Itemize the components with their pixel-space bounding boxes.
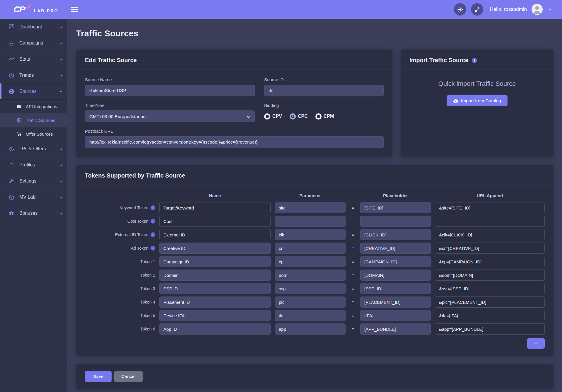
token-row: Token 4 = bbox=[85, 296, 545, 308]
cancel-button[interactable]: Cancel bbox=[114, 371, 142, 382]
gift-icon bbox=[8, 210, 15, 216]
sidebar-subitem-traffic-sources[interactable]: Traffic Sources bbox=[0, 113, 67, 127]
equals-sign: = bbox=[350, 286, 356, 291]
token-row-label: External ID Token bbox=[85, 232, 155, 237]
token-placeholder-field[interactable] bbox=[360, 216, 431, 227]
token-name-field[interactable] bbox=[159, 256, 271, 267]
token-name-field[interactable] bbox=[159, 323, 271, 335]
info-icon[interactable] bbox=[151, 232, 155, 237]
token-url-append-field[interactable] bbox=[435, 270, 545, 281]
sidebar-item-campaigns[interactable]: Campaigns bbox=[0, 35, 67, 51]
main-content: Traffic Sources Edit Traffic Source Sour… bbox=[67, 19, 562, 392]
token-url-append-field[interactable] bbox=[435, 202, 545, 213]
cloud-download-icon bbox=[453, 99, 458, 103]
sidebar-subitem-offer-sources[interactable]: Offer Sources bbox=[0, 127, 67, 141]
token-placeholder-field[interactable] bbox=[360, 202, 431, 213]
token-url-append-field[interactable] bbox=[435, 243, 545, 254]
avatar[interactable] bbox=[532, 4, 543, 15]
token-name-field[interactable] bbox=[159, 296, 271, 308]
bidding-radio-cpc[interactable]: CPC bbox=[290, 113, 308, 120]
chevron-right-icon bbox=[60, 73, 62, 78]
sidebar-item-label: Trends bbox=[19, 73, 60, 78]
bidding-radio-cpm[interactable]: CPM bbox=[315, 113, 334, 120]
import-traffic-source-panel: Import Traffic Source Quick import Traff… bbox=[401, 50, 554, 157]
sidebar-subitem-api-integrations[interactable]: API Integrations bbox=[0, 99, 67, 113]
user-menu-chevron-down-icon[interactable] bbox=[547, 7, 552, 12]
token-name-field[interactable] bbox=[159, 310, 271, 321]
token-name-field[interactable] bbox=[159, 229, 271, 240]
token-row-label: Keyword Token bbox=[85, 205, 155, 210]
sidebar-item-trends[interactable]: Trends bbox=[0, 67, 67, 83]
token-url-append-field[interactable] bbox=[435, 323, 545, 335]
token-parameter-field[interactable] bbox=[275, 270, 346, 281]
sidebar-item-dashboard[interactable]: Dashboard bbox=[0, 19, 67, 35]
token-parameter-field[interactable] bbox=[275, 243, 346, 254]
token-name-field[interactable] bbox=[159, 243, 271, 254]
token-url-append-field[interactable] bbox=[435, 310, 545, 321]
source-name-group: Source Name bbox=[85, 77, 255, 96]
edit-traffic-source-panel: Edit Traffic Source Source Name Source I… bbox=[76, 50, 392, 157]
timezone-select[interactable]: GMT+03:00 Europe/Istanbul bbox=[85, 110, 255, 122]
info-icon[interactable] bbox=[472, 58, 477, 63]
hamburger-menu-icon[interactable] bbox=[69, 3, 81, 16]
info-icon[interactable] bbox=[151, 246, 155, 250]
sidebar-item-lps-offers[interactable]: LPs & Offers bbox=[0, 141, 67, 157]
token-parameter-field[interactable] bbox=[275, 216, 346, 227]
import-from-catalog-button[interactable]: Import from Catalog bbox=[447, 95, 508, 106]
token-parameter-field[interactable] bbox=[275, 256, 346, 267]
token-placeholder-field[interactable] bbox=[360, 296, 431, 308]
token-parameter-field[interactable] bbox=[275, 283, 346, 294]
brand-logo[interactable]: CP LAB PRO bbox=[0, 4, 67, 14]
add-token-button[interactable] bbox=[527, 338, 545, 349]
sidebar-item-bonuses[interactable]: Bonuses bbox=[0, 205, 67, 221]
token-placeholder-field[interactable] bbox=[360, 310, 431, 321]
sidebar-item-profiles[interactable]: Profiles bbox=[0, 157, 67, 173]
token-name-field[interactable] bbox=[159, 283, 271, 294]
token-url-append-field[interactable] bbox=[435, 296, 545, 308]
sidebar-item-stats[interactable]: Stats bbox=[0, 51, 67, 67]
token-placeholder-field[interactable] bbox=[360, 270, 431, 281]
token-placeholder-field[interactable] bbox=[360, 229, 431, 240]
info-icon[interactable] bbox=[151, 205, 155, 210]
token-placeholder-field[interactable] bbox=[360, 323, 431, 335]
token-placeholder-field[interactable] bbox=[360, 256, 431, 267]
tokens-panel: Tokens Supported by Traffic Source Name … bbox=[76, 165, 554, 356]
token-parameter-field[interactable] bbox=[275, 229, 346, 240]
token-placeholder-field[interactable] bbox=[360, 283, 431, 294]
equals-sign: = bbox=[350, 246, 356, 251]
token-row-label: Token 3 bbox=[85, 286, 155, 291]
token-parameter-field[interactable] bbox=[275, 296, 346, 308]
sidebar-item-mv-lab[interactable]: MV Lab bbox=[0, 189, 67, 205]
sidebar-item-label: Settings bbox=[19, 178, 60, 184]
flask-icon bbox=[8, 40, 15, 46]
chevron-down-icon bbox=[59, 91, 64, 92]
token-url-append-field[interactable] bbox=[435, 229, 545, 240]
fullscreen-expand-icon[interactable] bbox=[471, 3, 483, 16]
theme-toggle-sun-icon[interactable] bbox=[454, 3, 466, 16]
equals-sign: = bbox=[350, 300, 356, 305]
equals-sign: = bbox=[350, 259, 356, 264]
token-parameter-field[interactable] bbox=[275, 202, 346, 213]
token-url-append-field[interactable] bbox=[435, 256, 545, 267]
source-id-input[interactable] bbox=[264, 85, 384, 96]
bidding-radio-cpv[interactable]: CPV bbox=[264, 113, 282, 120]
source-name-input[interactable] bbox=[85, 85, 255, 96]
token-url-append-field[interactable] bbox=[435, 216, 545, 227]
top-navbar: CP LAB PRO bbox=[0, 0, 562, 19]
token-placeholder-field[interactable] bbox=[360, 243, 431, 254]
token-url-append-field[interactable] bbox=[435, 283, 545, 294]
sidebar-item-label: Sources bbox=[19, 89, 60, 94]
folder-icon bbox=[16, 104, 22, 109]
sidebar-item-sources[interactable]: Sources bbox=[0, 83, 67, 99]
token-parameter-field[interactable] bbox=[275, 323, 346, 335]
postback-url-input[interactable] bbox=[85, 136, 384, 148]
token-name-field[interactable] bbox=[159, 216, 271, 227]
token-parameter-field[interactable] bbox=[275, 310, 346, 321]
token-name-field[interactable] bbox=[159, 270, 271, 281]
bidding-group: Bidding CPV CPC bbox=[264, 103, 384, 122]
token-name-field[interactable] bbox=[159, 202, 271, 213]
info-icon[interactable] bbox=[151, 219, 155, 224]
token-row-label: Token 6 bbox=[85, 327, 155, 331]
sidebar-item-settings[interactable]: Settings bbox=[0, 173, 67, 189]
save-button[interactable]: Save bbox=[85, 371, 112, 382]
